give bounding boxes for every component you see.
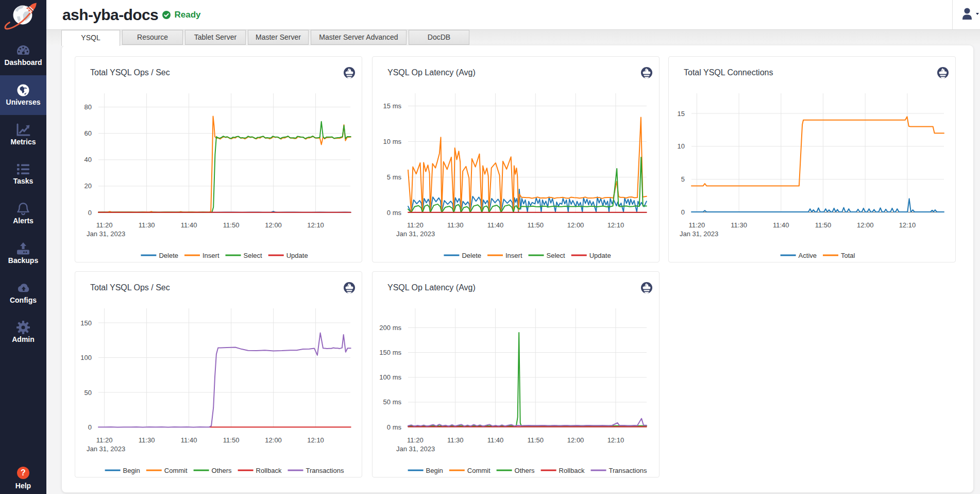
svg-text:Rollback: Rollback <box>256 467 282 474</box>
svg-text:11:30: 11:30 <box>139 436 155 444</box>
svg-text:11:40: 11:40 <box>181 436 197 444</box>
svg-text:12:10: 12:10 <box>899 221 916 229</box>
svg-text:Commit: Commit <box>467 467 491 474</box>
svg-text:12:00: 12:00 <box>265 436 282 444</box>
svg-text:YSQL Op Latency (Avg): YSQL Op Latency (Avg) <box>387 68 476 77</box>
svg-text:11:30: 11:30 <box>731 221 747 229</box>
svg-text:150: 150 <box>80 319 92 327</box>
svg-text:12:10: 12:10 <box>307 436 324 444</box>
svg-text:Total: Total <box>841 252 855 259</box>
svg-text:Delete: Delete <box>159 252 178 259</box>
svg-text:100: 100 <box>80 354 92 361</box>
svg-text:Active: Active <box>799 252 817 259</box>
svg-text:Commit: Commit <box>164 467 188 474</box>
svg-text:0: 0 <box>88 209 92 217</box>
svg-text:Select: Select <box>547 252 566 259</box>
svg-text:Transactions: Transactions <box>306 467 344 474</box>
svg-text:60: 60 <box>85 129 92 137</box>
svg-text:12:00: 12:00 <box>567 436 584 444</box>
svg-text:40: 40 <box>85 156 92 163</box>
svg-text:11:30: 11:30 <box>139 221 155 229</box>
svg-text:0 ms: 0 ms <box>387 423 402 431</box>
svg-text:11:50: 11:50 <box>815 221 832 229</box>
svg-text:12:10: 12:10 <box>307 221 324 229</box>
svg-text:10: 10 <box>678 142 685 150</box>
svg-text:Insert: Insert <box>505 252 522 259</box>
svg-text:Begin: Begin <box>426 467 443 474</box>
svg-text:Jan 31, 2023: Jan 31, 2023 <box>396 445 435 453</box>
svg-text:Begin: Begin <box>123 467 140 474</box>
svg-text:Update: Update <box>589 252 611 259</box>
svg-text:Update: Update <box>286 252 308 259</box>
svg-text:11:20: 11:20 <box>407 436 424 444</box>
svg-text:5: 5 <box>681 175 685 183</box>
svg-text:12:00: 12:00 <box>857 221 874 229</box>
svg-text:150 ms: 150 ms <box>379 349 401 356</box>
svg-text:Others: Others <box>212 467 232 474</box>
svg-text:50: 50 <box>85 389 92 397</box>
svg-text:Total YSQL Connections: Total YSQL Connections <box>684 68 773 77</box>
svg-text:0 ms: 0 ms <box>387 209 402 217</box>
svg-text:11:40: 11:40 <box>181 221 197 229</box>
svg-text:11:40: 11:40 <box>487 221 504 229</box>
svg-text:11:40: 11:40 <box>773 221 789 229</box>
svg-text:15 ms: 15 ms <box>383 102 402 110</box>
svg-text:50 ms: 50 ms <box>383 398 402 406</box>
svg-text:11:20: 11:20 <box>689 221 705 229</box>
svg-text:12:10: 12:10 <box>607 436 624 444</box>
svg-text:Rollback: Rollback <box>559 467 585 474</box>
svg-text:11:20: 11:20 <box>96 221 113 229</box>
svg-text:11:50: 11:50 <box>223 221 240 229</box>
svg-text:11:50: 11:50 <box>528 436 544 444</box>
svg-text:Total YSQL Ops / Sec: Total YSQL Ops / Sec <box>90 283 170 292</box>
svg-text:5 ms: 5 ms <box>387 173 402 181</box>
svg-text:11:20: 11:20 <box>96 436 113 444</box>
svg-text:Jan 31, 2023: Jan 31, 2023 <box>680 230 718 238</box>
svg-text:Others: Others <box>515 467 535 474</box>
svg-text:Total YSQL Ops / Sec: Total YSQL Ops / Sec <box>90 68 170 77</box>
svg-text:11:50: 11:50 <box>528 221 544 229</box>
svg-text:Jan 31, 2023: Jan 31, 2023 <box>87 230 125 238</box>
svg-text:0: 0 <box>88 423 92 431</box>
svg-text:20: 20 <box>85 182 92 190</box>
svg-text:Insert: Insert <box>202 252 219 259</box>
svg-text:12:00: 12:00 <box>265 221 282 229</box>
svg-text:Select: Select <box>244 252 263 259</box>
svg-text:10 ms: 10 ms <box>383 138 402 145</box>
svg-text:YSQL Op Latency (Avg): YSQL Op Latency (Avg) <box>387 283 476 292</box>
svg-text:12:10: 12:10 <box>607 221 624 229</box>
svg-text:Jan 31, 2023: Jan 31, 2023 <box>396 230 435 238</box>
svg-text:11:40: 11:40 <box>487 436 504 444</box>
svg-text:0: 0 <box>681 208 685 216</box>
svg-text:Jan 31, 2023: Jan 31, 2023 <box>87 445 125 453</box>
svg-text:11:50: 11:50 <box>223 436 240 444</box>
svg-text:Transactions: Transactions <box>609 467 647 474</box>
svg-text:12:00: 12:00 <box>567 221 584 229</box>
svg-text:100 ms: 100 ms <box>379 373 401 381</box>
svg-text:200 ms: 200 ms <box>379 324 401 332</box>
svg-text:80: 80 <box>85 103 92 111</box>
svg-text:15: 15 <box>678 110 685 118</box>
svg-text:11:30: 11:30 <box>447 436 464 444</box>
svg-text:11:30: 11:30 <box>447 221 464 229</box>
svg-text:Delete: Delete <box>462 252 481 259</box>
svg-text:11:20: 11:20 <box>407 221 424 229</box>
